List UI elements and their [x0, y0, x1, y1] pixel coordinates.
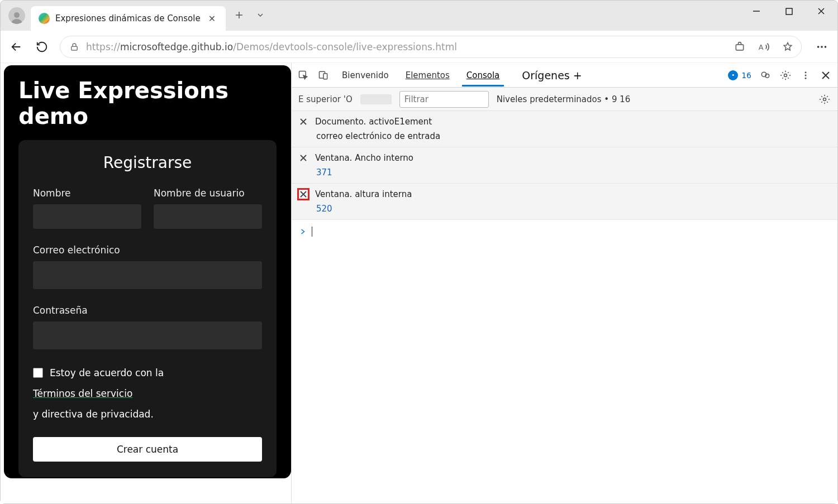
maximize-button[interactable]: [773, 1, 805, 22]
name-label: Nombre: [33, 188, 141, 199]
svg-point-8: [825, 46, 827, 48]
read-aloud-icon[interactable]: A: [758, 41, 770, 53]
execution-context[interactable]: E superior 'O: [298, 94, 353, 104]
devtools-settings-gear-icon[interactable]: [779, 69, 792, 81]
svg-point-7: [821, 46, 823, 48]
svg-point-14: [784, 74, 787, 76]
password-input[interactable]: [33, 321, 262, 349]
tab-elements[interactable]: Elementos: [401, 65, 454, 86]
agree-checkbox[interactable]: [33, 368, 43, 378]
agree-prefix: Estoy de acuerdo con la: [50, 365, 164, 381]
devtools-panel: Bienvenido Elementos Consola Orígenes + …: [291, 63, 837, 503]
titlebar: Expresiones dinámicas de Console ✕: [1, 1, 837, 31]
back-button[interactable]: [8, 39, 24, 55]
remove-live-expression-icon[interactable]: [297, 152, 310, 164]
inspect-element-icon[interactable]: [297, 69, 310, 81]
page-title: Live Expressions demo: [18, 78, 277, 129]
favorite-star-icon[interactable]: [782, 41, 793, 52]
edge-favicon-icon: [39, 13, 50, 24]
settings-more-icon[interactable]: [814, 39, 830, 55]
console-settings-gear-icon[interactable]: [818, 93, 831, 105]
message-count-badge[interactable]: • 16: [728, 70, 751, 80]
tab-actions-chevron-icon[interactable]: [254, 8, 267, 22]
password-label: Contraseña: [33, 305, 262, 316]
agree-row: Estoy de acuerdo con la Términos del ser…: [33, 365, 262, 423]
site-info-lock-icon[interactable]: [69, 42, 79, 52]
close-window-button[interactable]: [805, 1, 837, 22]
page-viewport: Live Expressions demo Registrarse Nombre…: [4, 65, 291, 478]
card-title: Registrarse: [33, 153, 262, 172]
live-expression-item: Documento. activoE1ementcorreo electróni…: [292, 111, 837, 147]
live-expression-item: Ventana. altura interna520: [292, 184, 837, 220]
live-expression-value: 520: [316, 204, 832, 214]
svg-point-18: [823, 98, 826, 100]
new-tab-button[interactable]: [232, 8, 246, 22]
console-prompt[interactable]: [292, 220, 837, 243]
svg-point-0: [14, 12, 20, 18]
create-account-button[interactable]: Crear cuenta: [33, 437, 262, 462]
svg-text:A: A: [759, 42, 764, 51]
feedback-icon[interactable]: [759, 69, 772, 81]
prompt-cursor: [312, 227, 312, 237]
refresh-button[interactable]: [34, 39, 50, 55]
minimize-button[interactable]: [740, 1, 773, 22]
devtools-close-icon[interactable]: [820, 69, 832, 81]
name-input[interactable]: [33, 204, 141, 229]
svg-point-16: [805, 74, 807, 76]
svg-rect-4: [736, 44, 743, 50]
svg-rect-11: [323, 73, 327, 79]
shopping-icon[interactable]: [734, 41, 745, 52]
message-dot-icon: •: [728, 70, 738, 80]
prompt-chevron-icon: [299, 228, 306, 236]
svg-point-6: [817, 46, 820, 48]
svg-rect-2: [786, 8, 792, 15]
terms-link[interactable]: Términos del servicio: [33, 386, 132, 402]
svg-point-15: [805, 71, 807, 73]
live-expression-value: correo electrónico de entrada: [316, 131, 832, 141]
console-filter-input[interactable]: [399, 91, 489, 108]
tab-sources[interactable]: Orígenes +: [522, 69, 582, 81]
remove-live-expression-icon[interactable]: [297, 188, 310, 200]
svg-rect-3: [72, 46, 78, 50]
profile-avatar[interactable]: [8, 7, 25, 24]
live-expressions-list: Documento. activoE1ementcorreo electróni…: [292, 111, 837, 220]
svg-point-17: [805, 77, 807, 79]
live-expression-value: 371: [316, 167, 832, 177]
tab-close-icon[interactable]: ✕: [206, 13, 218, 24]
log-levels[interactable]: Niveles predeterminados • 9 16: [497, 94, 631, 104]
username-input[interactable]: [154, 204, 262, 229]
devtools-tabbar: Bienvenido Elementos Consola Orígenes + …: [292, 63, 837, 88]
device-emulation-icon[interactable]: [317, 69, 330, 81]
window-controls: [740, 1, 837, 22]
tab-welcome[interactable]: Bienvenido: [337, 65, 393, 86]
live-expression-item: Ventana. Ancho interno371: [292, 147, 837, 184]
browser-window: Expresiones dinámicas de Console ✕: [0, 0, 838, 504]
browser-tab[interactable]: Expresiones dinámicas de Console ✕: [31, 6, 226, 31]
console-toolbar: E superior 'O Niveles predeterminados • …: [292, 88, 837, 111]
url-field[interactable]: https://microsoftedge.github.io/Demos/de…: [60, 36, 802, 58]
address-bar: https://microsoftedge.github.io/Demos/de…: [1, 31, 837, 63]
tab-title: Expresiones dinámicas de Console: [55, 13, 201, 23]
url-text: https://microsoftedge.github.io/Demos/de…: [86, 41, 727, 52]
devtools-more-icon[interactable]: [799, 69, 812, 81]
agree-suffix: y directiva de privacidad.: [33, 406, 262, 423]
remove-live-expression-icon[interactable]: [297, 116, 310, 128]
email-input[interactable]: [33, 261, 262, 289]
username-label: Nombre de usuario: [154, 188, 262, 199]
live-expression-text[interactable]: Ventana. Ancho interno: [315, 153, 413, 163]
live-expression-text[interactable]: Documento. activoE1ement: [315, 117, 432, 127]
signup-card: Registrarse Nombre Nombre de usuario Cor…: [18, 140, 277, 477]
context-extra: [360, 94, 392, 104]
tab-console[interactable]: Consola: [462, 65, 504, 86]
email-label: Correo electrónico: [33, 244, 262, 256]
live-expression-text[interactable]: Ventana. altura interna: [315, 189, 412, 199]
